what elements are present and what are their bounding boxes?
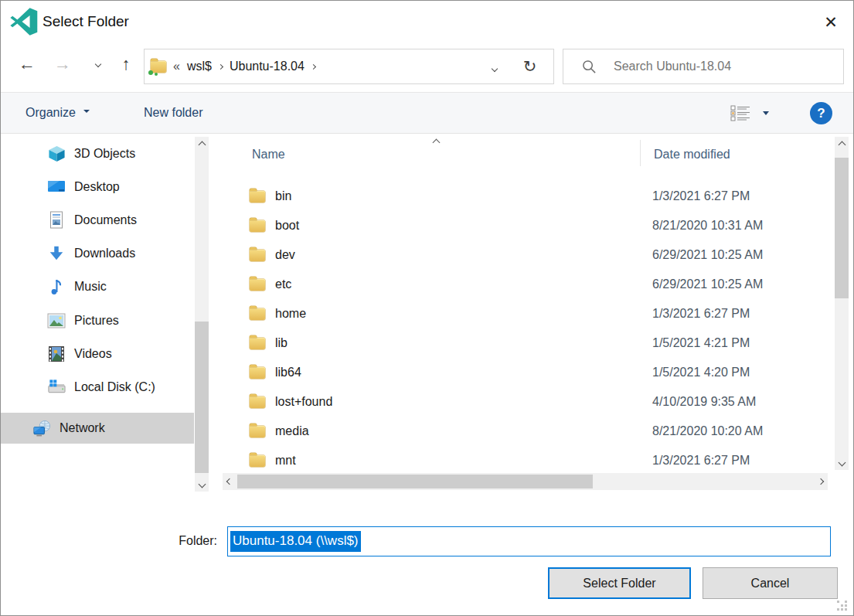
sidebar-item-documents[interactable]: Documents <box>1 203 194 237</box>
pictures-icon <box>47 312 66 329</box>
help-button[interactable]: ? <box>810 102 832 124</box>
folder-field-label: Folder: <box>132 534 217 548</box>
select-folder-button[interactable]: Select Folder <box>548 567 691 599</box>
folder-icon <box>250 455 265 467</box>
table-row[interactable]: boot8/21/2020 10:31 AM <box>221 211 832 240</box>
table-row[interactable]: lib641/5/2021 4:20 PM <box>221 358 832 387</box>
sidebar-item-videos[interactable]: Videos <box>1 337 194 370</box>
file-list: bin1/3/2021 6:27 PM boot8/21/2020 10:31 … <box>221 182 832 475</box>
folder-icon <box>250 338 265 349</box>
breadcrumb-separator-icon[interactable] <box>311 63 316 69</box>
address-dropdown-icon[interactable] <box>492 60 497 73</box>
sidebar-scrollbar[interactable] <box>195 137 209 492</box>
folder-icon <box>250 308 265 320</box>
network-folder-icon <box>151 61 166 73</box>
scroll-right-icon[interactable] <box>814 473 828 490</box>
selected-text: Ubuntu-18.04 (\\wsl$) <box>230 531 361 552</box>
select-folder-dialog: Select Folder ✕ ← → ↑ « wsl$ Ubuntu-18.0… <box>0 0 854 616</box>
view-dropdown-icon <box>763 111 769 115</box>
sidebar-scrollbar-thumb[interactable] <box>195 322 209 473</box>
folder-icon <box>250 220 265 232</box>
window-title: Select Folder <box>43 13 129 30</box>
sidebar-item-local-disk[interactable]: Local Disk (C:) <box>1 370 194 403</box>
horizontal-scrollbar-thumb[interactable] <box>237 475 593 488</box>
folder-icon <box>250 250 265 261</box>
title-bar: Select Folder ✕ <box>1 1 853 44</box>
search-icon <box>582 60 597 74</box>
breadcrumb-crumb-ubuntu[interactable]: Ubuntu-18.04 <box>230 60 305 73</box>
organize-label: Organize <box>26 106 76 120</box>
file-list-vertical-scrollbar[interactable] <box>835 137 849 470</box>
command-toolbar: Organize New folder ? <box>1 92 853 134</box>
column-header-name[interactable]: Name <box>252 148 285 162</box>
up-button[interactable]: ↑ <box>115 44 137 84</box>
videos-icon <box>47 345 66 362</box>
folder-icon <box>250 367 265 379</box>
3d-objects-icon <box>47 145 66 162</box>
table-row[interactable]: bin1/3/2021 6:27 PM <box>221 182 832 211</box>
forward-button[interactable]: → <box>52 44 73 84</box>
column-divider[interactable] <box>640 140 641 166</box>
folder-icon <box>250 279 265 291</box>
folder-name-input[interactable]: Ubuntu-18.04 (\\wsl$) <box>227 526 831 556</box>
organize-dropdown-icon <box>83 110 90 113</box>
desktop-icon <box>47 179 66 196</box>
sidebar-item-downloads[interactable]: Downloads <box>1 237 194 270</box>
table-row[interactable]: etc6/29/2021 10:25 AM <box>221 270 832 299</box>
music-icon <box>47 278 66 295</box>
search-placeholder: Search Ubuntu-18.04 <box>614 60 731 73</box>
table-row[interactable]: home1/3/2021 6:27 PM <box>221 299 832 328</box>
folder-icon <box>250 396 265 408</box>
breadcrumb-separator-icon[interactable] <box>218 63 223 69</box>
vscode-icon <box>9 8 39 36</box>
close-icon[interactable]: ✕ <box>814 7 848 38</box>
sort-ascending-icon <box>434 134 439 148</box>
downloads-icon <box>47 245 66 262</box>
documents-icon <box>47 212 66 229</box>
table-row[interactable]: media8/21/2020 10:20 AM <box>221 417 832 446</box>
local-disk-icon <box>47 379 66 396</box>
address-bar[interactable]: « wsl$ Ubuntu-18.04 <box>144 49 507 84</box>
sidebar-item-3d-objects[interactable]: 3D Objects <box>1 137 194 170</box>
organize-menu[interactable]: Organize <box>26 93 90 133</box>
file-list-scrollbar-thumb[interactable] <box>835 158 849 298</box>
resize-grip-icon[interactable] <box>837 601 848 611</box>
cancel-button[interactable]: Cancel <box>703 567 838 599</box>
navigation-bar: ← → ↑ « wsl$ Ubuntu-18.04 ↻ Search Ubunt… <box>1 44 853 92</box>
sidebar-item-pictures[interactable]: Pictures <box>1 304 194 337</box>
scroll-left-icon[interactable] <box>223 473 236 490</box>
breadcrumb-crumb-wsl[interactable]: wsl$ <box>187 60 212 73</box>
new-folder-button[interactable]: New folder <box>144 93 202 133</box>
table-row[interactable]: lost+found4/10/2019 9:35 AM <box>221 387 832 417</box>
folder-icon <box>250 426 265 437</box>
scroll-down-icon[interactable] <box>195 476 209 492</box>
view-mode-dropdown[interactable] <box>763 93 769 133</box>
file-list-horizontal-scrollbar[interactable] <box>223 473 828 490</box>
new-folder-label: New folder <box>144 106 202 120</box>
table-row[interactable]: mnt1/3/2021 6:27 PM <box>221 446 832 475</box>
table-row[interactable]: dev6/29/2021 10:25 AM <box>221 240 832 270</box>
network-icon <box>33 420 52 437</box>
recent-locations-dropdown[interactable] <box>90 44 106 84</box>
sidebar-item-music[interactable]: Music <box>1 270 194 303</box>
search-box[interactable]: Search Ubuntu-18.04 <box>563 49 844 84</box>
folder-icon <box>250 191 265 202</box>
sidebar-item-desktop[interactable]: Desktop <box>1 170 194 203</box>
breadcrumb-overflow[interactable]: « <box>173 60 180 73</box>
view-mode-button[interactable] <box>730 93 751 133</box>
sidebar-item-network[interactable]: Network <box>1 413 194 444</box>
refresh-button[interactable]: ↻ <box>506 49 554 84</box>
back-button[interactable]: ← <box>16 44 38 84</box>
column-header-date-modified[interactable]: Date modified <box>654 148 730 162</box>
table-row[interactable]: lib1/5/2021 4:21 PM <box>221 328 832 358</box>
scroll-up-icon[interactable] <box>835 137 849 152</box>
scroll-down-icon[interactable] <box>835 454 849 470</box>
details-view-icon <box>730 104 751 121</box>
scroll-up-icon[interactable] <box>195 137 209 152</box>
